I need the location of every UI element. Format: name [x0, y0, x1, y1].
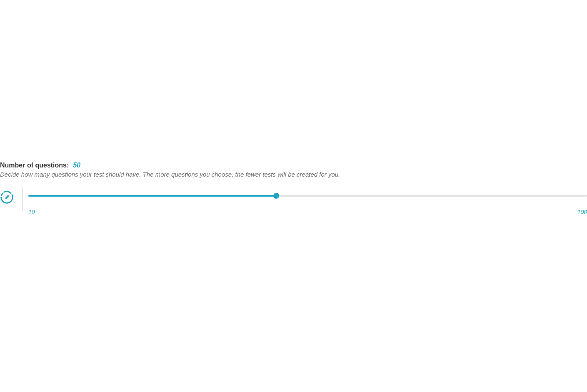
- vertical-divider: [22, 187, 22, 211]
- question-count-title: Number of questions:: [0, 162, 69, 169]
- slider-max-label: 100: [577, 209, 587, 215]
- question-count-slider[interactable]: [28, 193, 587, 199]
- question-count-description: Decide how many questions your test shou…: [0, 171, 587, 178]
- slider-thumb[interactable]: [273, 193, 279, 199]
- slider-section: 10 100: [0, 190, 587, 215]
- slider-track-fill: [28, 195, 276, 197]
- question-count-value: 50: [73, 162, 80, 169]
- slider-labels: 10 100: [28, 209, 587, 215]
- edit-dashed-circle-icon: [0, 190, 14, 206]
- question-count-header: Number of questions: 50: [0, 162, 587, 169]
- slider-min-label: 10: [28, 209, 35, 215]
